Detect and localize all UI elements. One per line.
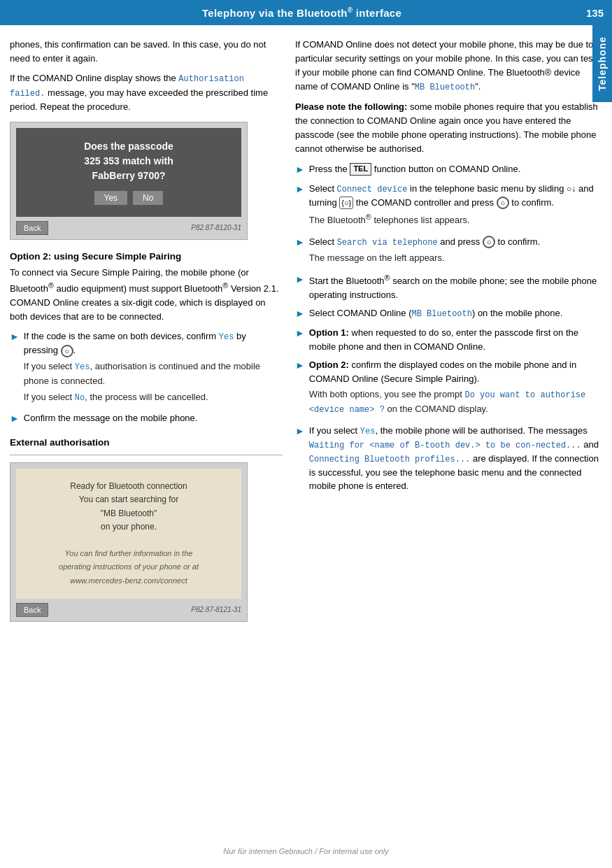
screen2-text: Ready for Bluetooth connection You can s…	[59, 480, 199, 588]
right-bullet-7: ► Option 2: confirm the displayed codes …	[295, 358, 602, 418]
bullet1-yes: Yes	[219, 332, 234, 342]
side-tab-label: Telephone	[597, 36, 608, 91]
header-title: Telephony via the Bluetooth® interface	[28, 6, 576, 19]
page-footer: Nur für internen Gebrauch / For internal…	[0, 847, 612, 855]
sub1-yes: Yes	[75, 362, 90, 372]
bullet-r-7-sub: With both options, you see the prompt Do…	[309, 387, 602, 416]
screen2-footer: Back P82.87-8121-31	[10, 599, 247, 621]
header-title-text: Telephony via the Bluetooth	[202, 7, 348, 19]
left-bullet-1: ► If the code is the same on both device…	[10, 329, 283, 406]
header-suffix: interface	[353, 7, 401, 19]
bullet-r-2-sub: The Bluetooth® telephones list appears.	[309, 211, 602, 227]
bullet-r-content-6: Option 1: when requested to do so, enter…	[309, 326, 602, 353]
tel-button: TEL	[350, 163, 371, 175]
bullet1-sub2: If you select No, the process will be ca…	[24, 390, 283, 405]
bullet-arrow-2: ►	[10, 411, 20, 426]
connecting-bt-mono: Connecting Bluetooth profiles...	[309, 455, 470, 464]
screen1-buttons: Yes No	[94, 190, 164, 206]
bullet-content-2: Confirm the message on the mobile phone.	[24, 411, 283, 425]
bullet2-text: Confirm the message on the mobile phone.	[24, 413, 198, 423]
right-para1: If COMAND Online does not detect your mo…	[295, 38, 602, 94]
left-para2-text: If the COMAND Online display shows the	[10, 73, 176, 83]
bullet-r-content-5: Select COMAND Online (MB Bluetooth) on t…	[309, 306, 602, 320]
bullet-r-arrow-7: ►	[295, 358, 305, 373]
right-bullet-list: ► Press the TEL function button on COMAN…	[295, 162, 602, 493]
screen2-italic1: You can find further information in the	[65, 549, 193, 557]
footer-text: Nur für internen Gebrauch / For internal…	[223, 847, 389, 855]
bullet-r-arrow-1: ►	[295, 162, 305, 177]
right-bullet-2: ► Select Connect device in the telephone…	[295, 182, 602, 230]
right-bullet-1: ► Press the TEL function button on COMAN…	[295, 162, 602, 177]
bullet-r-arrow-6: ►	[295, 326, 305, 341]
screen2-back-btn[interactable]: Back	[16, 603, 48, 617]
screen2-inner: Ready for Bluetooth connection You can s…	[16, 469, 241, 599]
page-number: 135	[576, 7, 604, 19]
screen2-italic2: operating instructions of your phone or …	[59, 562, 199, 571]
left-para1: phones, this confirmation can be saved. …	[10, 38, 283, 66]
screen1-inner: Does the passcode 325 353 match with Fab…	[16, 128, 241, 217]
side-tab: Telephone	[592, 25, 612, 102]
confirm-circle-2: ○	[497, 197, 509, 209]
bullet-r-arrow-5: ►	[295, 306, 305, 321]
please-note-para: Please note the following: some mobile p…	[295, 100, 602, 157]
right-bullet-4: ► Start the Bluetooth® search on the mob…	[295, 272, 602, 301]
controller-symbol: {○}	[339, 197, 353, 210]
bullet-r-content-4: Start the Bluetooth® search on the mobil…	[309, 272, 602, 301]
confirm-circle-3: ○	[483, 236, 495, 248]
bullet1-text3: .	[73, 345, 76, 355]
screen2-line3: "MB Bluetooth"	[101, 508, 157, 518]
waiting-for-mono: Waiting for <name of B-tooth dev.> to be…	[309, 441, 581, 450]
mb-bluetooth-2-mono: MB Bluetooth	[412, 309, 472, 319]
sub1-no: No	[75, 393, 85, 403]
bullet-r-arrow-2: ►	[295, 182, 305, 197]
screen1-line3: FabBerry 9700?	[92, 169, 165, 183]
screen1-footer: Back P82.87-8120-31	[10, 217, 247, 239]
option1-bold: Option 1:	[309, 327, 349, 338]
right-para1-end: ".	[475, 81, 481, 92]
screen1-code: P82.87-8120-31	[191, 224, 241, 232]
right-bullet-6: ► Option 1: when requested to do so, ent…	[295, 326, 602, 353]
bullet-r-3-sub: The message on the left appears.	[309, 251, 602, 265]
bullet-r-content-8: If you select Yes, the mobile phone will…	[309, 424, 602, 493]
screen2-line4: on your phone.	[101, 522, 157, 532]
screen2-code: P82.87-8121-31	[191, 606, 241, 613]
screen1-back-btn[interactable]: Back	[16, 221, 48, 235]
option2-bold: Option 2:	[309, 360, 349, 370]
left-para2: If the COMAND Online display shows the A…	[10, 71, 283, 114]
screen2-line2: You can start searching for	[79, 495, 178, 504]
search-via-mono: Search via telephone	[337, 238, 438, 248]
right-bullet-8: ► If you select Yes, the mobile phone wi…	[295, 424, 602, 493]
screen1-line1: Does the passcode	[84, 139, 173, 154]
screen2-line1: Ready for Bluetooth connection	[70, 481, 187, 491]
do-you-want-mono: Do you want to authorise <device name> ?	[309, 390, 585, 415]
bullet-r-arrow-3: ►	[295, 235, 305, 250]
screen1-line2: 325 353 match with	[84, 154, 173, 169]
page-header: Telephony via the Bluetooth® interface 1…	[0, 0, 612, 25]
bullet-arrow-1: ►	[10, 329, 20, 344]
left-para2-cont: message, you may have exceeded the presc…	[10, 87, 268, 113]
screen2: Ready for Bluetooth connection You can s…	[10, 462, 248, 622]
option2-heading: Option 2: using Secure Simple Pairing	[10, 250, 283, 264]
right-column: If COMAND Online does not detect your mo…	[295, 38, 602, 629]
bullet-r-content-3: Select Search via telephone and press ○ …	[309, 235, 602, 267]
confirm-circle-1: ○	[61, 345, 73, 357]
screen1-no-btn[interactable]: No	[132, 190, 164, 206]
screen1: Does the passcode 325 353 match with Fab…	[10, 122, 248, 240]
slide-symbol: ○↓	[567, 184, 576, 194]
left-para1-text: phones, this confirmation can be saved. …	[10, 39, 266, 64]
bullet-r-content-7: Option 2: confirm the displayed codes on…	[309, 358, 602, 418]
please-note-bold: Please note the following:	[295, 101, 407, 112]
bullet-r-arrow-8: ►	[295, 424, 305, 439]
bullet-r-content-2: Select Connect device in the telephone b…	[309, 182, 602, 230]
right-bullet-3: ► Select Search via telephone and press …	[295, 235, 602, 267]
bullet1-sub1: If you select Yes, authorisation is cont…	[24, 360, 283, 388]
screen1-yes-btn[interactable]: Yes	[94, 190, 129, 206]
ext-auth-divider	[10, 455, 283, 455]
bullet-r-arrow-4: ►	[295, 272, 305, 287]
ext-auth-heading: External authorisation	[10, 436, 283, 450]
option2-para: To connect via Secure Simple Pairing, th…	[10, 266, 283, 325]
screen2-italic3: www.mercedes-benz.com/connect	[70, 576, 187, 585]
left-bullet-list: ► If the code is the same on both device…	[10, 329, 283, 426]
bullet-content-1: If the code is the same on both devices,…	[24, 329, 283, 406]
mb-bluetooth-mono: MB Bluetooth	[415, 83, 475, 92]
